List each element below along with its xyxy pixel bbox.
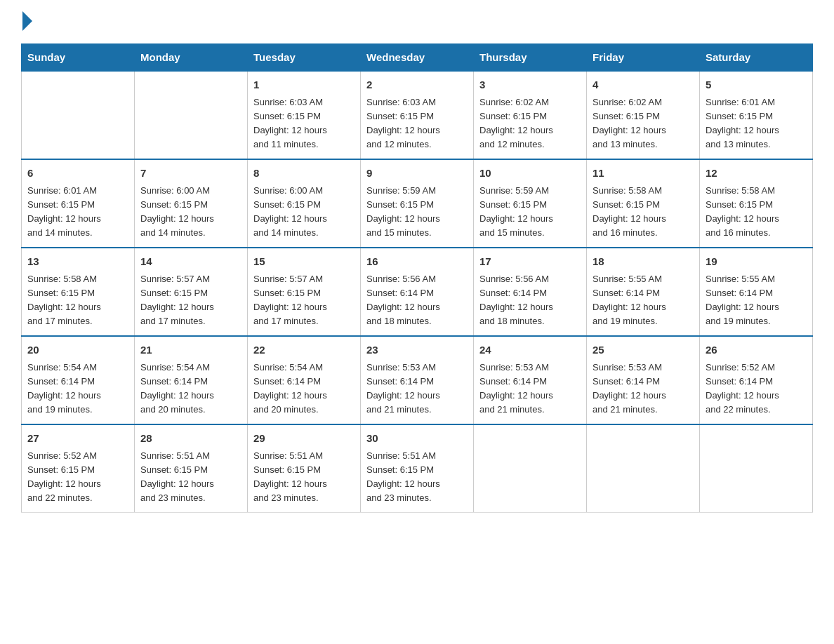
day-number: 13 (27, 254, 128, 270)
day-number: 6 (27, 166, 128, 182)
calendar-cell: 3Sunrise: 6:02 AMSunset: 6:15 PMDaylight… (474, 71, 587, 159)
calendar-cell: 6Sunrise: 6:01 AMSunset: 6:15 PMDaylight… (22, 159, 135, 248)
calendar-week-row: 27Sunrise: 5:52 AMSunset: 6:15 PMDayligh… (22, 424, 813, 513)
day-number: 2 (366, 77, 468, 93)
calendar-cell (135, 71, 248, 159)
day-number: 17 (479, 254, 581, 270)
day-info: Sunrise: 5:57 AMSunset: 6:15 PMDaylight:… (140, 272, 241, 329)
header-day-saturday: Saturday (700, 44, 813, 72)
calendar-week-row: 6Sunrise: 6:01 AMSunset: 6:15 PMDaylight… (22, 159, 813, 248)
calendar-cell: 11Sunrise: 5:58 AMSunset: 6:15 PMDayligh… (587, 159, 700, 248)
header-day-sunday: Sunday (22, 44, 135, 72)
calendar-cell: 2Sunrise: 6:03 AMSunset: 6:15 PMDaylight… (361, 71, 474, 159)
day-info: Sunrise: 5:55 AMSunset: 6:14 PMDaylight:… (593, 272, 694, 329)
day-info: Sunrise: 6:03 AMSunset: 6:15 PMDaylight:… (366, 95, 468, 152)
day-info: Sunrise: 5:54 AMSunset: 6:14 PMDaylight:… (140, 361, 241, 417)
day-number: 22 (253, 342, 355, 358)
day-info: Sunrise: 5:59 AMSunset: 6:15 PMDaylight:… (366, 184, 468, 241)
calendar-cell: 16Sunrise: 5:56 AMSunset: 6:14 PMDayligh… (361, 248, 474, 336)
calendar-cell: 22Sunrise: 5:54 AMSunset: 6:14 PMDayligh… (248, 336, 361, 424)
day-number: 28 (140, 431, 241, 447)
calendar-cell: 20Sunrise: 5:54 AMSunset: 6:14 PMDayligh… (22, 336, 135, 424)
day-info: Sunrise: 5:58 AMSunset: 6:15 PMDaylight:… (593, 184, 694, 241)
day-info: Sunrise: 6:01 AMSunset: 6:15 PMDaylight:… (706, 95, 807, 152)
calendar-cell: 30Sunrise: 5:51 AMSunset: 6:15 PMDayligh… (361, 424, 474, 513)
calendar-cell (700, 424, 813, 513)
calendar-cell: 29Sunrise: 5:51 AMSunset: 6:15 PMDayligh… (248, 424, 361, 513)
day-info: Sunrise: 5:58 AMSunset: 6:15 PMDaylight:… (27, 272, 128, 329)
day-number: 26 (706, 342, 807, 358)
logo (21, 14, 32, 31)
header-day-friday: Friday (587, 44, 700, 72)
day-info: Sunrise: 6:03 AMSunset: 6:15 PMDaylight:… (253, 95, 355, 152)
header-day-tuesday: Tuesday (248, 44, 361, 72)
calendar-cell: 14Sunrise: 5:57 AMSunset: 6:15 PMDayligh… (135, 248, 248, 336)
day-info: Sunrise: 6:00 AMSunset: 6:15 PMDaylight:… (253, 184, 355, 241)
calendar-cell (474, 424, 587, 513)
calendar-cell: 15Sunrise: 5:57 AMSunset: 6:15 PMDayligh… (248, 248, 361, 336)
day-number: 12 (706, 166, 807, 182)
day-number: 23 (366, 342, 468, 358)
day-number: 24 (479, 342, 581, 358)
calendar-week-row: 1Sunrise: 6:03 AMSunset: 6:15 PMDaylight… (22, 71, 813, 159)
calendar-cell: 5Sunrise: 6:01 AMSunset: 6:15 PMDaylight… (700, 71, 813, 159)
day-info: Sunrise: 5:53 AMSunset: 6:14 PMDaylight:… (593, 361, 694, 417)
day-number: 20 (27, 342, 128, 358)
header-day-wednesday: Wednesday (361, 44, 474, 72)
calendar-cell (587, 424, 700, 513)
calendar-header-row: SundayMondayTuesdayWednesdayThursdayFrid… (22, 44, 813, 72)
calendar-cell: 18Sunrise: 5:55 AMSunset: 6:14 PMDayligh… (587, 248, 700, 336)
day-number: 30 (366, 431, 468, 447)
calendar-table: SundayMondayTuesdayWednesdayThursdayFrid… (21, 43, 813, 513)
day-number: 21 (140, 342, 241, 358)
calendar-week-row: 13Sunrise: 5:58 AMSunset: 6:15 PMDayligh… (22, 248, 813, 336)
day-info: Sunrise: 5:52 AMSunset: 6:15 PMDaylight:… (27, 449, 128, 506)
day-number: 4 (593, 77, 694, 93)
day-number: 27 (27, 431, 128, 447)
header-day-monday: Monday (135, 44, 248, 72)
day-number: 10 (479, 166, 581, 182)
day-info: Sunrise: 6:01 AMSunset: 6:15 PMDaylight:… (27, 184, 128, 241)
day-number: 11 (593, 166, 694, 182)
calendar-cell: 12Sunrise: 5:58 AMSunset: 6:15 PMDayligh… (700, 159, 813, 248)
calendar-cell: 26Sunrise: 5:52 AMSunset: 6:14 PMDayligh… (700, 336, 813, 424)
day-number: 19 (706, 254, 807, 270)
day-info: Sunrise: 5:53 AMSunset: 6:14 PMDaylight:… (479, 361, 581, 417)
day-number: 14 (140, 254, 241, 270)
day-info: Sunrise: 5:56 AMSunset: 6:14 PMDaylight:… (366, 272, 468, 329)
day-number: 18 (593, 254, 694, 270)
day-number: 25 (593, 342, 694, 358)
header-day-thursday: Thursday (474, 44, 587, 72)
day-info: Sunrise: 5:51 AMSunset: 6:15 PMDaylight:… (253, 449, 355, 506)
calendar-week-row: 20Sunrise: 5:54 AMSunset: 6:14 PMDayligh… (22, 336, 813, 424)
day-number: 29 (253, 431, 355, 447)
page-header (21, 14, 813, 31)
calendar-cell: 25Sunrise: 5:53 AMSunset: 6:14 PMDayligh… (587, 336, 700, 424)
calendar-cell: 27Sunrise: 5:52 AMSunset: 6:15 PMDayligh… (22, 424, 135, 513)
calendar-cell: 10Sunrise: 5:59 AMSunset: 6:15 PMDayligh… (474, 159, 587, 248)
calendar-cell: 21Sunrise: 5:54 AMSunset: 6:14 PMDayligh… (135, 336, 248, 424)
calendar-cell: 23Sunrise: 5:53 AMSunset: 6:14 PMDayligh… (361, 336, 474, 424)
calendar-cell: 13Sunrise: 5:58 AMSunset: 6:15 PMDayligh… (22, 248, 135, 336)
day-info: Sunrise: 5:54 AMSunset: 6:14 PMDaylight:… (253, 361, 355, 417)
day-info: Sunrise: 5:53 AMSunset: 6:14 PMDaylight:… (366, 361, 468, 417)
day-info: Sunrise: 6:02 AMSunset: 6:15 PMDaylight:… (479, 95, 581, 152)
calendar-cell: 17Sunrise: 5:56 AMSunset: 6:14 PMDayligh… (474, 248, 587, 336)
calendar-cell (22, 71, 135, 159)
day-number: 7 (140, 166, 241, 182)
day-info: Sunrise: 6:00 AMSunset: 6:15 PMDaylight:… (140, 184, 241, 241)
calendar-cell: 9Sunrise: 5:59 AMSunset: 6:15 PMDaylight… (361, 159, 474, 248)
day-number: 3 (479, 77, 581, 93)
calendar-cell: 19Sunrise: 5:55 AMSunset: 6:14 PMDayligh… (700, 248, 813, 336)
logo-triangle-icon (22, 11, 32, 31)
calendar-cell: 4Sunrise: 6:02 AMSunset: 6:15 PMDaylight… (587, 71, 700, 159)
day-number: 8 (253, 166, 355, 182)
day-info: Sunrise: 5:58 AMSunset: 6:15 PMDaylight:… (706, 184, 807, 241)
day-number: 16 (366, 254, 468, 270)
day-info: Sunrise: 5:56 AMSunset: 6:14 PMDaylight:… (479, 272, 581, 329)
day-number: 15 (253, 254, 355, 270)
day-info: Sunrise: 5:52 AMSunset: 6:14 PMDaylight:… (706, 361, 807, 417)
day-info: Sunrise: 5:51 AMSunset: 6:15 PMDaylight:… (366, 449, 468, 506)
day-info: Sunrise: 6:02 AMSunset: 6:15 PMDaylight:… (593, 95, 694, 152)
day-info: Sunrise: 5:55 AMSunset: 6:14 PMDaylight:… (706, 272, 807, 329)
